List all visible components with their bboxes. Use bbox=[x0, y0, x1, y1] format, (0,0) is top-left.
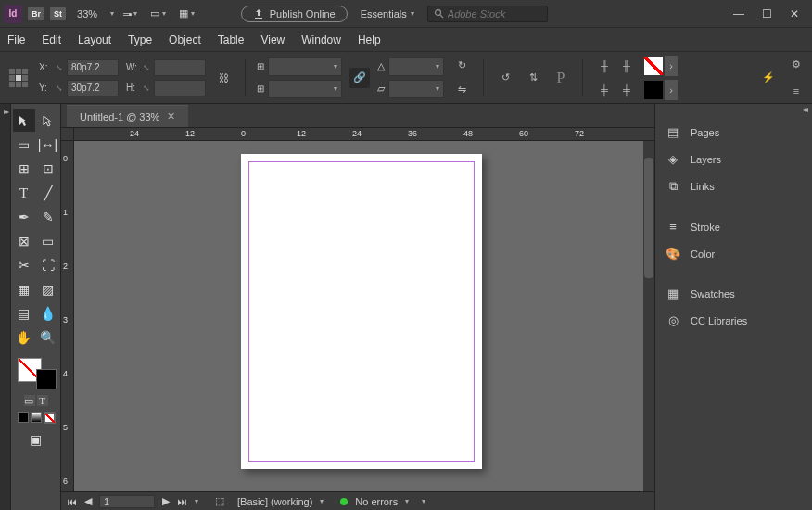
stock-chip[interactable]: St bbox=[50, 7, 66, 20]
rotate-ccw-button[interactable]: ↺ bbox=[495, 68, 515, 88]
left-dock-strip[interactable]: ▸▸ bbox=[0, 104, 11, 510]
preflight-errors[interactable]: No errors bbox=[355, 496, 398, 507]
panel-swatches[interactable]: ▦Swatches bbox=[655, 280, 812, 307]
scale-y-field[interactable]: ▾ bbox=[268, 80, 342, 98]
align-button-1[interactable]: ╫ bbox=[594, 56, 615, 76]
page-first-button[interactable]: ⏮ bbox=[67, 496, 77, 507]
stroke-swatch[interactable] bbox=[644, 81, 663, 99]
gradient-feather-tool[interactable]: ▨ bbox=[37, 278, 59, 300]
w-field[interactable] bbox=[154, 59, 206, 76]
ruler-origin[interactable] bbox=[61, 128, 74, 141]
type-tool[interactable]: T bbox=[13, 182, 35, 204]
workspace-dropdown[interactable]: Essentials ▾ bbox=[361, 8, 414, 19]
close-tab-icon[interactable]: ✕ bbox=[167, 110, 175, 122]
collapse-panels-button[interactable]: ◂◂ bbox=[803, 106, 806, 117]
panel-menu-icon[interactable]: ≡ bbox=[786, 81, 806, 101]
constrain-icon[interactable]: ⛓ bbox=[213, 68, 234, 88]
flip-h-button[interactable]: ⇋ bbox=[451, 80, 472, 100]
color-mode-buttons[interactable] bbox=[18, 412, 55, 423]
selection-tool[interactable] bbox=[13, 109, 35, 132]
preflight-profile[interactable]: [Basic] (working) bbox=[237, 496, 312, 507]
content-placer-tool[interactable]: ⊡ bbox=[37, 158, 59, 180]
rotate-cw-button[interactable]: ↻ bbox=[451, 56, 472, 76]
x-field[interactable]: 80p7.2 bbox=[67, 59, 119, 76]
line-tool[interactable]: ╱ bbox=[37, 182, 59, 204]
page-tool[interactable]: ▭ bbox=[13, 134, 35, 156]
apply-color-buttons[interactable]: ▭T bbox=[24, 395, 48, 406]
link-scale-icon[interactable]: 🔗 bbox=[349, 68, 370, 88]
minimize-button[interactable]: — bbox=[725, 2, 753, 26]
document-tab[interactable]: Untitled-1 @ 33% ✕ bbox=[67, 105, 188, 127]
page-next-button[interactable]: ▶ bbox=[162, 495, 170, 507]
horizontal-ruler[interactable]: 24120122436486072 bbox=[74, 128, 654, 141]
flip-v-button[interactable]: ⇅ bbox=[523, 68, 543, 88]
settings-gear-icon[interactable]: ⚙ bbox=[786, 55, 806, 75]
view-mode-button-1[interactable]: ═▪▾ bbox=[120, 6, 141, 21]
stock-search[interactable] bbox=[427, 6, 548, 22]
paragraph-style-button[interactable]: P bbox=[551, 68, 571, 88]
menu-type[interactable]: Type bbox=[128, 33, 152, 46]
search-input[interactable] bbox=[448, 8, 541, 19]
reference-point-grid[interactable] bbox=[6, 65, 32, 91]
view-mode-button[interactable]: ▣ bbox=[25, 428, 47, 451]
align-button-3[interactable]: ╪ bbox=[594, 80, 615, 100]
menu-window[interactable]: Window bbox=[301, 33, 341, 46]
close-button[interactable]: ✕ bbox=[780, 2, 808, 26]
page-prev-button[interactable]: ◀ bbox=[84, 495, 92, 507]
vertical-ruler[interactable]: 0123456 bbox=[61, 141, 74, 491]
gradient-tool[interactable]: ▦ bbox=[13, 278, 35, 300]
rotate-field[interactable]: ▾ bbox=[388, 57, 444, 76]
pasteboard[interactable] bbox=[74, 141, 654, 491]
free-transform-tool[interactable]: ⛶ bbox=[37, 254, 59, 276]
menu-object[interactable]: Object bbox=[169, 33, 201, 46]
pen-tool[interactable]: ✒ bbox=[13, 206, 35, 228]
open-icon[interactable]: ⬚ bbox=[215, 495, 224, 507]
shear-field[interactable]: ▾ bbox=[388, 80, 444, 98]
scrollbar-thumb[interactable] bbox=[644, 158, 653, 278]
view-mode-button-2[interactable]: ▭▾ bbox=[146, 6, 170, 21]
align-button-2[interactable]: ╫ bbox=[616, 56, 637, 76]
stroke-more-button[interactable]: › bbox=[665, 80, 678, 100]
panel-stroke[interactable]: ≡Stroke bbox=[655, 213, 812, 240]
panel-links[interactable]: ⧉Links bbox=[655, 172, 812, 200]
direct-selection-tool[interactable] bbox=[37, 109, 59, 132]
gap-tool[interactable]: |↔| bbox=[37, 134, 59, 156]
rectangle-frame-tool[interactable]: ⊠ bbox=[13, 230, 35, 252]
y-field[interactable]: 30p7.2 bbox=[67, 80, 119, 96]
pencil-tool[interactable]: ✎ bbox=[37, 206, 59, 228]
zoom-dropdown[interactable]: 33% ▾ bbox=[77, 8, 114, 19]
note-tool[interactable]: ▤ bbox=[13, 302, 35, 325]
menu-view[interactable]: View bbox=[260, 33, 285, 46]
fill-stroke-swatch[interactable] bbox=[16, 356, 57, 389]
panel-cc-libraries[interactable]: ◎CC Libraries bbox=[655, 307, 812, 334]
fill-more-button[interactable]: › bbox=[665, 56, 678, 76]
zoom-tool[interactable]: 🔍 bbox=[37, 326, 59, 349]
arrange-button[interactable]: ▦▾ bbox=[175, 6, 198, 21]
panel-pages[interactable]: ▤Pages bbox=[655, 119, 812, 146]
page-last-button[interactable]: ⏭ bbox=[177, 496, 187, 507]
menu-table[interactable]: Table bbox=[218, 33, 245, 46]
menu-help[interactable]: Help bbox=[358, 33, 381, 46]
page-number-field[interactable]: 1 bbox=[99, 495, 155, 508]
maximize-button[interactable]: ☐ bbox=[753, 2, 780, 26]
menu-edit[interactable]: Edit bbox=[42, 33, 61, 46]
menu-file[interactable]: File bbox=[7, 33, 25, 46]
quick-apply-button[interactable]: ⚡ bbox=[758, 68, 779, 88]
hand-tool[interactable]: ✋ bbox=[13, 326, 35, 349]
bridge-chip[interactable]: Br bbox=[28, 7, 44, 20]
align-button-4[interactable]: ╪ bbox=[616, 80, 637, 100]
panel-color[interactable]: 🎨Color bbox=[655, 240, 812, 267]
page[interactable] bbox=[241, 154, 482, 469]
h-field[interactable] bbox=[154, 80, 206, 96]
content-collector-tool[interactable]: ⊞ bbox=[13, 158, 35, 180]
scale-x-field[interactable]: ▾ bbox=[268, 57, 342, 76]
eyedropper-tool[interactable]: 💧 bbox=[37, 302, 59, 325]
menu-layout[interactable]: Layout bbox=[78, 33, 111, 46]
scissors-tool[interactable]: ✂ bbox=[13, 254, 35, 276]
panel-layers[interactable]: ◈Layers bbox=[655, 146, 812, 172]
rectangle-tool[interactable]: ▭ bbox=[37, 230, 59, 252]
fill-swatch[interactable] bbox=[644, 57, 663, 75]
publish-online-button[interactable]: Publish Online bbox=[241, 6, 348, 22]
canvas[interactable]: 24120122436486072 0123456 bbox=[61, 128, 654, 491]
vertical-scrollbar[interactable] bbox=[643, 141, 654, 491]
